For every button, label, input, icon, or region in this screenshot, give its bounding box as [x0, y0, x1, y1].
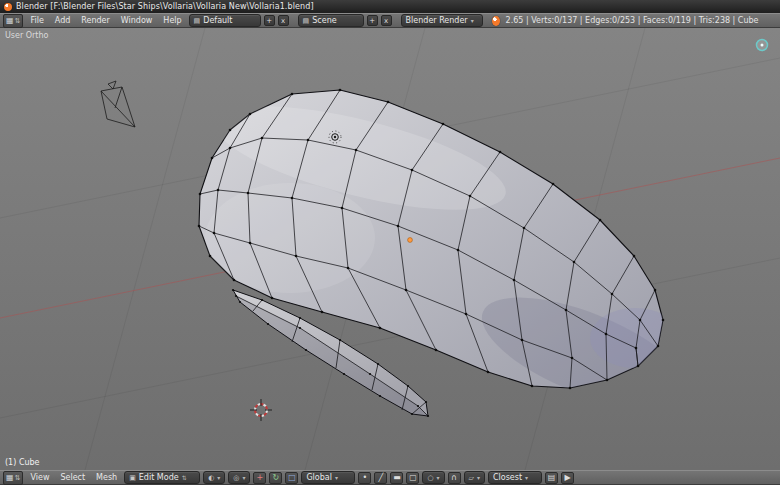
- viewport-3d[interactable]: User Ortho (1) Cube: [0, 28, 780, 470]
- mesh-vertex[interactable]: [379, 395, 381, 397]
- camera-object[interactable]: [108, 81, 116, 89]
- mesh-vertex[interactable]: [295, 255, 298, 258]
- camera-object[interactable]: [115, 87, 122, 108]
- mesh-vertex[interactable]: [521, 339, 524, 342]
- mesh-vertex[interactable]: [425, 401, 427, 403]
- camera-object[interactable]: [101, 91, 135, 127]
- mesh-vertex[interactable]: [232, 289, 234, 291]
- mesh-vertex[interactable]: [662, 319, 665, 322]
- mesh-vertex[interactable]: [299, 327, 301, 329]
- mesh-vertex[interactable]: [339, 89, 342, 92]
- mesh-vertex[interactable]: [417, 405, 419, 407]
- translate-manipulator-button[interactable]: +: [253, 472, 266, 484]
- mesh-vertex[interactable]: [513, 279, 516, 282]
- mesh-vertex[interactable]: [261, 137, 264, 140]
- window-titlebar[interactable]: Blender [F:\Blender Files\Star Ships\Vol…: [0, 0, 780, 13]
- screen-layout-selector[interactable]: ▤ Default: [189, 14, 261, 27]
- menu-file[interactable]: File: [26, 16, 47, 25]
- menu-select[interactable]: Select: [56, 473, 89, 482]
- mesh-vertex[interactable]: [235, 295, 237, 297]
- mesh-vertex[interactable]: [499, 151, 502, 154]
- add-screen-button[interactable]: +: [264, 15, 275, 26]
- add-scene-button[interactable]: +: [367, 15, 378, 26]
- close-scene-button[interactable]: x: [381, 15, 392, 26]
- mesh-vertex[interactable]: [379, 327, 382, 330]
- mesh-vertex[interactable]: [635, 347, 638, 350]
- mesh-vertex[interactable]: [199, 193, 202, 196]
- mesh-vertex[interactable]: [487, 371, 490, 374]
- mesh-vertex[interactable]: [411, 169, 414, 172]
- mesh-vertex[interactable]: [611, 293, 614, 296]
- mesh-vertex[interactable]: [377, 363, 379, 365]
- mesh-vertex[interactable]: [233, 279, 236, 282]
- edge-select-button[interactable]: ╱: [374, 472, 387, 484]
- camera-object[interactable]: [101, 91, 107, 119]
- object-origin-dot[interactable]: [408, 238, 413, 243]
- rotate-manipulator-button[interactable]: ↻: [269, 472, 282, 484]
- menu-add[interactable]: Add: [51, 16, 75, 25]
- face-select-button[interactable]: ▬: [390, 472, 403, 484]
- mesh-vertex[interactable]: [211, 157, 214, 160]
- mesh-vertex[interactable]: [639, 319, 642, 322]
- mesh-vertex[interactable]: [355, 149, 358, 152]
- mesh-vertex[interactable]: [305, 349, 307, 351]
- camera-object[interactable]: [122, 87, 135, 127]
- menu-render[interactable]: Render: [77, 16, 113, 25]
- snap-element-selector[interactable]: ▱ ▾: [464, 471, 485, 484]
- mesh-vertex[interactable]: [291, 93, 294, 96]
- mesh-vertex[interactable]: [605, 333, 608, 336]
- opengl-render-anim-button[interactable]: ▶: [561, 472, 574, 484]
- scale-manipulator-button[interactable]: □: [285, 472, 298, 484]
- mesh-vertex[interactable]: [657, 345, 660, 348]
- editor-type-button-3dview[interactable]: ▦ ⇅: [3, 471, 23, 485]
- mesh-vertex[interactable]: [307, 139, 310, 142]
- mode-selector[interactable]: ▣ Edit Mode ⇅: [124, 471, 200, 484]
- mesh-vertex[interactable]: [339, 339, 341, 341]
- mesh-vertex[interactable]: [442, 123, 445, 126]
- mesh-vertex[interactable]: [633, 255, 636, 258]
- pivot-point-selector[interactable]: ◎ ▾: [228, 471, 250, 484]
- snap-target-selector[interactable]: Closest ▾: [488, 471, 542, 484]
- mesh-vertex[interactable]: [565, 309, 568, 312]
- menu-view[interactable]: View: [26, 473, 53, 482]
- mesh-vertex[interactable]: [457, 249, 460, 252]
- mesh-vertex[interactable]: [465, 313, 468, 316]
- viewport-shading-selector[interactable]: ◐ ▾: [203, 471, 225, 484]
- mesh-vertex[interactable]: [387, 101, 390, 104]
- render-engine-selector[interactable]: Blender Render ▾: [401, 14, 483, 27]
- mesh-vertex[interactable]: [347, 267, 350, 270]
- proportional-edit-selector[interactable]: ○ ▾: [422, 471, 444, 484]
- mesh-vertex[interactable]: [411, 413, 413, 415]
- mesh-vertex[interactable]: [654, 289, 657, 292]
- close-screen-button[interactable]: x: [278, 15, 289, 26]
- mesh-vertex[interactable]: [397, 225, 400, 228]
- mesh-vertex[interactable]: [599, 219, 602, 222]
- mesh-vertex[interactable]: [405, 289, 408, 292]
- mesh-vertex[interactable]: [217, 189, 220, 192]
- mesh-vertex[interactable]: [435, 349, 438, 352]
- mesh-vertex[interactable]: [523, 227, 526, 230]
- mesh-vertex[interactable]: [569, 387, 572, 390]
- mesh-vertex[interactable]: [552, 183, 555, 186]
- mesh-vertex[interactable]: [571, 357, 574, 360]
- mesh-vertex[interactable]: [229, 129, 232, 132]
- mesh-vertex[interactable]: [291, 197, 294, 200]
- menu-mesh[interactable]: Mesh: [92, 473, 121, 482]
- mesh-vertex[interactable]: [267, 323, 269, 325]
- mesh-vertex[interactable]: [249, 242, 252, 245]
- mesh-vertex[interactable]: [573, 261, 576, 264]
- mesh-vertex[interactable]: [343, 373, 345, 375]
- mesh-vertex[interactable]: [213, 232, 216, 235]
- mesh-vertex[interactable]: [249, 113, 252, 116]
- mesh-vertex[interactable]: [369, 373, 371, 375]
- mesh-vertex[interactable]: [531, 385, 534, 388]
- scene-selector[interactable]: ▤ Scene: [298, 14, 364, 27]
- menu-help[interactable]: Help: [159, 16, 185, 25]
- mesh-vertex[interactable]: [469, 195, 472, 198]
- mesh-vertex[interactable]: [407, 385, 409, 387]
- mesh-vertex[interactable]: [271, 297, 274, 300]
- cursor-3d[interactable]: [250, 399, 272, 421]
- mesh-vertex[interactable]: [341, 207, 344, 210]
- snap-toggle-button[interactable]: ∩: [448, 472, 461, 484]
- mesh-vertex[interactable]: [229, 147, 232, 150]
